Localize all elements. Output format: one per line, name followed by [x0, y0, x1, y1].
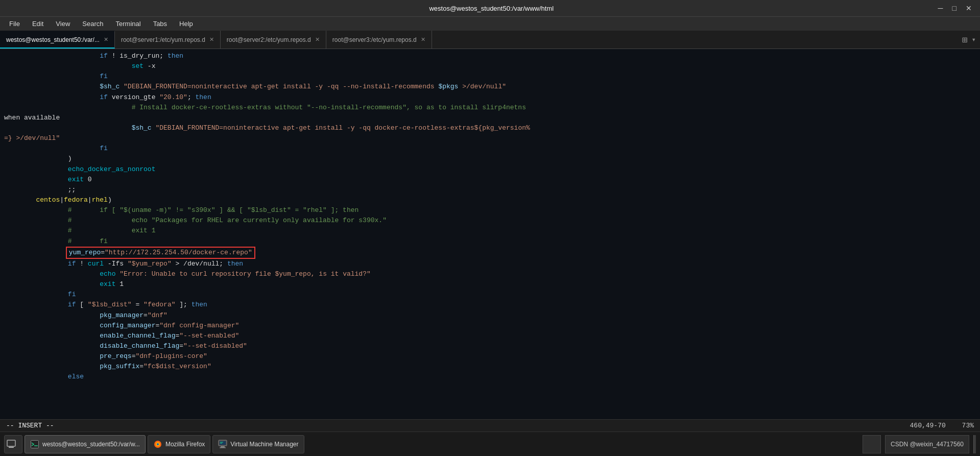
tab-2-close[interactable]: ✕: [315, 36, 320, 43]
taskbar-system-icon[interactable]: [4, 435, 22, 453]
tab-actions[interactable]: ⊞ ▾: [958, 31, 980, 49]
menu-edit[interactable]: Edit: [27, 19, 49, 29]
menu-file[interactable]: File: [4, 19, 25, 29]
insert-mode-indicator: -- INSERT --: [6, 422, 54, 429]
taskbar-indicator-box: [863, 435, 881, 453]
taskbar-right-area: CSDN @weixin_44717560: [863, 435, 976, 453]
svg-point-6: [157, 443, 159, 445]
svg-rect-12: [220, 447, 226, 448]
title-bar-controls[interactable]: ─ □ ✕: [936, 4, 974, 12]
taskbar-terminal[interactable]: westos@westos_student50:/var/w...: [25, 435, 146, 453]
tab-0-close[interactable]: ✕: [104, 36, 108, 43]
show-desktop-icon: [7, 440, 16, 449]
svg-rect-0: [7, 440, 15, 446]
menu-help[interactable]: Help: [174, 19, 198, 29]
status-bar: -- INSERT -- 460,49-70 73%: [0, 419, 980, 431]
tab-3-close[interactable]: ✕: [421, 36, 425, 43]
taskbar-virt-manager[interactable]: Virtual Machine Manager: [212, 435, 304, 453]
terminal-content[interactable]: if ! is_dry_run; then set -x fi $sh_c "D…: [0, 49, 980, 419]
svg-rect-2: [31, 440, 39, 448]
virt-manager-icon: [218, 440, 227, 449]
cursor-position: 460,49-70 73%: [910, 422, 974, 429]
menu-search[interactable]: Search: [77, 19, 108, 29]
show-desktop-button[interactable]: [973, 435, 976, 453]
taskbar-terminal-label: westos@westos_student50:/var/w...: [42, 441, 140, 448]
position-text: 460,49-70: [910, 422, 946, 429]
maximize-button[interactable]: □: [950, 4, 959, 12]
tab-3-label: root@server3:/etc/yum.repos.d: [332, 36, 417, 43]
terminal-icon: [30, 440, 39, 449]
tab-0-label: westos@westos_student50:/var/...: [6, 36, 100, 43]
tab-0[interactable]: westos@westos_student50:/var/... ✕: [0, 31, 115, 49]
svg-rect-1: [9, 447, 14, 448]
taskbar: westos@westos_student50:/var/w... Mozill…: [0, 431, 980, 456]
close-button[interactable]: ✕: [964, 4, 974, 12]
taskbar-virt-manager-label: Virtual Machine Manager: [230, 441, 298, 448]
menu-view[interactable]: View: [51, 19, 75, 29]
tab-1-label: root@server1:/etc/yum.repos.d: [121, 36, 205, 43]
tabs-bar: westos@westos_student50:/var/... ✕ root@…: [0, 31, 980, 49]
new-tab-icon[interactable]: ⊞: [962, 34, 968, 45]
tab-menu-icon[interactable]: ▾: [972, 35, 976, 44]
taskbar-firefox[interactable]: Mozilla Firefox: [148, 435, 210, 453]
taskbar-firefox-label: Mozilla Firefox: [165, 441, 205, 448]
firefox-icon: [153, 440, 162, 449]
svg-rect-11: [221, 446, 225, 447]
menu-terminal[interactable]: Terminal: [111, 19, 146, 29]
percent-text: 73%: [962, 422, 974, 429]
taskbar-csdn-label: CSDN @weixin_44717560: [885, 435, 969, 453]
menu-bar: File Edit View Search Terminal Tabs Help: [0, 16, 980, 31]
tab-3[interactable]: root@server3:/etc/yum.repos.d ✕: [326, 31, 432, 49]
title-bar-title: westos@westos_student50:/var/www/html: [47, 5, 936, 12]
code-display: if ! is_dry_run; then set -x fi $sh_c "D…: [4, 51, 976, 382]
tab-2-label: root@server2:/etc/yum.repos.d: [227, 36, 311, 43]
minimize-button[interactable]: ─: [936, 4, 945, 12]
tab-2[interactable]: root@server2:/etc/yum.repos.d ✕: [221, 31, 326, 49]
menu-tabs[interactable]: Tabs: [148, 19, 172, 29]
tab-1-close[interactable]: ✕: [209, 36, 214, 43]
tab-1[interactable]: root@server1:/etc/yum.repos.d ✕: [115, 31, 221, 49]
title-bar: westos@westos_student50:/var/www/html ─ …: [0, 0, 980, 16]
